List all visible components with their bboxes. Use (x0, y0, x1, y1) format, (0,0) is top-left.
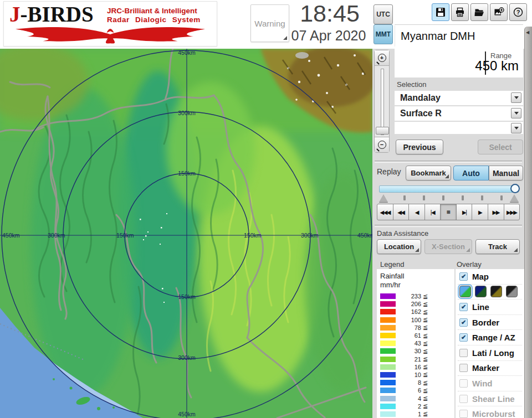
chevron-down-icon[interactable] (511, 92, 521, 103)
rewind-fast-button[interactable]: ◀◀ (393, 204, 410, 220)
ring-label: 300km (178, 354, 196, 361)
product-dropdown-value: Surface R (400, 106, 442, 121)
checkbox-checked-icon[interactable]: ✔ (459, 333, 468, 342)
capture-image-button[interactable] (490, 3, 508, 21)
overlay-item-lati-long[interactable]: Lati / Long (458, 345, 522, 360)
location-label: Location (384, 242, 414, 251)
overlay-item-range-az[interactable]: ✔Range / AZ (458, 329, 522, 345)
print-icon (454, 7, 466, 18)
ring-label: 150km (116, 232, 134, 239)
ring-label: 450km (178, 49, 196, 56)
legend-swatch (380, 364, 396, 370)
legend-row: 21≦ (380, 355, 451, 363)
checkbox-checked-icon[interactable]: ✔ (459, 318, 468, 327)
select-button[interactable]: Select (478, 140, 523, 154)
mmt-button[interactable]: MMT (374, 24, 393, 44)
legend-row: 2≦ (380, 402, 451, 410)
open-file-button[interactable] (470, 3, 488, 21)
zoom-slider-handle[interactable] (376, 127, 389, 135)
map-style-terrain[interactable] (459, 286, 471, 297)
x-section-corner-icon (466, 248, 470, 252)
replay-label: Replay (377, 167, 401, 176)
slider-start-marker[interactable] (379, 194, 388, 202)
print-button[interactable] (451, 3, 469, 21)
panel-collapse-handle[interactable]: ◀ (524, 27, 532, 418)
ring-label: 450km (178, 411, 196, 417)
option-dropdown[interactable] (395, 122, 523, 134)
ring-label: 300km (48, 232, 65, 239)
zoom-in-button[interactable]: + (375, 50, 389, 66)
chevron-down-icon[interactable] (511, 108, 521, 118)
rainfall-legend: Rainfall mm/hr 233≦ 206≦ 162≦ 100≦ 78≦ 6… (377, 269, 454, 418)
overlay-item-map[interactable]: ✔Map (458, 269, 522, 284)
zoom-slider-track[interactable] (381, 69, 384, 135)
forward-fast-button[interactable]: ▶▶ (488, 204, 504, 220)
utc-button[interactable]: UTC (374, 4, 393, 24)
jbirds-window: J-BIRDS JRC-Brilliant & Intelligent Rada… (0, 0, 532, 418)
overlay-options: ✔Map ✔Line ✔Border ✔Range / AZ Lati / Lo… (456, 269, 524, 418)
radar-map[interactable]: 450km 300km 150km 150km 300km 450km 450k… (0, 49, 372, 418)
legend-rows: 233≦ 206≦ 162≦ 100≦ 78≦ 61≦ 43≦ 30≦ 21≦ … (380, 292, 451, 418)
manual-button[interactable]: Manual (489, 166, 523, 180)
legend-swatch (380, 309, 396, 314)
station-title: Myanmar DMH (395, 25, 523, 47)
slider-end-marker[interactable] (510, 194, 519, 202)
replay-slider[interactable] (379, 185, 519, 193)
legend-swatch (380, 404, 396, 409)
stop-button[interactable]: ■ (440, 204, 457, 220)
save-button[interactable] (432, 3, 449, 21)
range-display: Range 450 km (395, 49, 523, 78)
checkbox-unchecked-icon[interactable] (459, 364, 468, 372)
legend-swatch (380, 372, 396, 378)
previous-button[interactable]: Previous (396, 140, 443, 154)
play-button[interactable]: ▶ (472, 204, 488, 220)
checkbox-unchecked-icon[interactable] (459, 349, 468, 357)
rewind-fastest-button[interactable]: ◀◀◀ (377, 204, 393, 220)
legend-title: Legend (380, 260, 404, 269)
legend-swatch (380, 388, 396, 393)
jbirds-logo: J-BIRDS JRC-Brilliant & Intelligent Rada… (3, 1, 217, 47)
station-dropdown[interactable]: Mandalay (395, 91, 523, 105)
help-button[interactable]: ? (509, 3, 527, 21)
legend-row: 233≦ (380, 292, 451, 300)
bookmark-button[interactable]: Bookmark (406, 166, 451, 180)
overlay-title: Overlay (457, 260, 482, 269)
logo-rest: -BIRDS (21, 2, 94, 26)
legend-row: 43≦ (380, 339, 451, 347)
divider (375, 161, 522, 163)
forward-fastest-button[interactable]: ▶▶▶ (504, 204, 520, 220)
overlay-item-shear-line[interactable]: Shear Line (458, 391, 522, 406)
map-style-dark-blue[interactable] (475, 286, 487, 297)
ring-label: 300km (301, 232, 319, 239)
divider (375, 225, 522, 227)
logo-wordmark: J-BIRDS (9, 2, 94, 27)
skip-to-start-button[interactable]: |◀ (424, 204, 441, 220)
legend-row: 78≦ (380, 324, 451, 332)
track-button[interactable]: Track (475, 239, 520, 254)
overlay-item-marker[interactable]: Marker (458, 360, 522, 376)
zoom-out-button[interactable]: − (375, 137, 389, 152)
save-icon (435, 7, 446, 18)
map-zoom-widget: + − (374, 50, 390, 153)
replay-slider-thumb[interactable] (510, 184, 520, 193)
map-style-olive[interactable] (490, 286, 502, 297)
map-style-gray[interactable] (506, 286, 518, 297)
chevron-down-icon[interactable] (511, 123, 521, 133)
eagle-icon (6, 24, 214, 45)
skip-to-end-button[interactable]: ▶| (456, 204, 473, 220)
overlay-item-line[interactable]: ✔Line (458, 299, 522, 314)
overlay-item-wind[interactable]: Wind (458, 375, 522, 391)
legend-swatch (380, 333, 396, 338)
play-reverse-button[interactable]: ◀ (408, 204, 425, 220)
overlay-item-border[interactable]: ✔Border (458, 314, 522, 330)
checkbox-checked-icon[interactable]: ✔ (459, 303, 468, 311)
product-dropdown[interactable]: Surface R (395, 106, 523, 121)
add-image-icon (493, 7, 504, 18)
ring-label: 150km (178, 170, 196, 177)
checkbox-checked-icon[interactable]: ✔ (459, 272, 468, 281)
auto-button[interactable]: Auto (453, 166, 489, 180)
x-section-button[interactable]: X-Section (424, 239, 472, 254)
overlay-item-microburst[interactable]: Microburst (458, 406, 522, 418)
data-assistance-label: Data Assistance (377, 229, 428, 238)
location-button[interactable]: Location (377, 239, 421, 254)
